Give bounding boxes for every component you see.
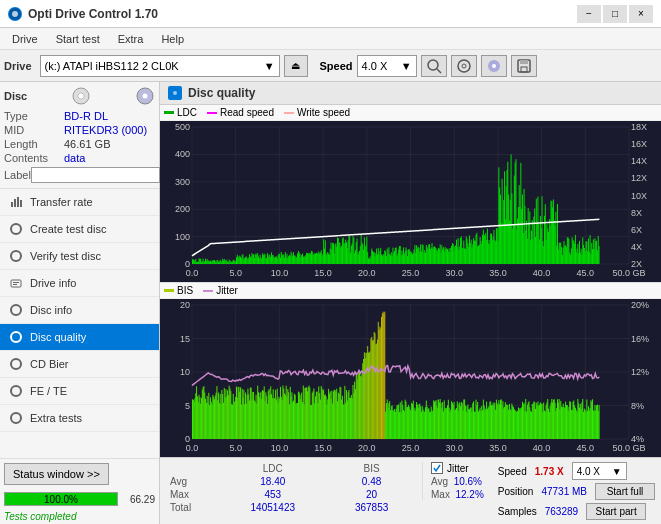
progress-row: 100.0% 66.29 (0, 489, 159, 509)
menu-start-test[interactable]: Start test (48, 31, 108, 47)
speed-combo-stats[interactable]: 4.0 X ▼ (572, 462, 627, 480)
transfer-rate-label: Transfer rate (30, 196, 93, 208)
disc-type-value: BD-R DL (64, 110, 108, 122)
svg-point-1 (12, 11, 18, 17)
drive-info-icon (8, 275, 24, 291)
avg-label: Avg (166, 475, 218, 488)
max-label: Max (166, 488, 218, 501)
close-button[interactable]: × (629, 5, 653, 23)
drive-label: Drive (4, 60, 32, 72)
drive-selector[interactable]: (k:) ATAPl iHBS112 2 CL0K ▼ (40, 55, 280, 77)
speed-value: 4.0 X (362, 60, 388, 72)
svg-rect-22 (13, 282, 19, 283)
extra-tests-icon (8, 410, 24, 426)
speed-combo-arrow: ▼ (612, 466, 622, 477)
label-input[interactable] (31, 167, 160, 183)
chart1-container: LDC Read speed Write speed (160, 105, 661, 283)
menu-drive[interactable]: Drive (4, 31, 46, 47)
speed-selector[interactable]: 4.0 X ▼ (357, 55, 417, 77)
samples-value: 763289 (545, 506, 578, 517)
chart2-canvas (160, 299, 661, 457)
ldc-header: LDC (218, 462, 327, 475)
sidebar-item-disc-info[interactable]: Disc info (0, 297, 159, 324)
scan-button[interactable] (421, 55, 447, 77)
start-part-button[interactable]: Start part (586, 503, 646, 520)
max-row: Max 453 20 (166, 488, 416, 501)
main-area: Disc Type BD-R DL MID RITEKDR3 (000) Len… (0, 82, 661, 524)
disc-length-row: Length 46.61 GB (4, 138, 155, 150)
speed-stat-value: 1.73 X (535, 466, 564, 477)
drive-info-label: Drive info (30, 277, 76, 289)
speed-dropdown-icon: ▼ (401, 60, 412, 72)
speed-stat-label: Speed (498, 466, 527, 477)
write-speed-legend: Write speed (284, 107, 350, 118)
svg-line-3 (437, 69, 441, 73)
jitter-avg-value: 10.6% (454, 476, 482, 487)
sidebar-item-cd-bier[interactable]: CD Bier (0, 351, 159, 378)
position-row: Position 47731 MB Start full (498, 483, 655, 500)
fe-te-label: FE / TE (30, 385, 67, 397)
progress-text: 100.0% (5, 493, 117, 505)
jitter-section: Jitter Avg 10.6% Max 12.2% (422, 462, 484, 500)
jitter-checkbox[interactable] (431, 462, 443, 474)
title-bar: Opti Drive Control 1.70 − □ × (0, 0, 661, 28)
sidebar-item-transfer-rate[interactable]: Transfer rate (0, 189, 159, 216)
cd-bier-label: CD Bier (30, 358, 69, 370)
disc-info-label: Disc info (30, 304, 72, 316)
label-row: Label (4, 166, 155, 184)
disc-icon (71, 86, 91, 106)
chart2-container: BIS Jitter (160, 283, 661, 457)
eject-button[interactable]: ⏏ (284, 55, 308, 77)
status-window-button[interactable]: Status window >> (4, 463, 109, 485)
stats-table: LDC BIS Avg 18.40 0.48 Max 453 (166, 462, 416, 514)
disc-quality-header: Disc quality (160, 82, 661, 105)
save-button[interactable] (511, 55, 537, 77)
position-label: Position (498, 486, 534, 497)
svg-rect-23 (13, 284, 17, 285)
create-test-disc-icon (8, 221, 24, 237)
ldc-legend: LDC (164, 107, 197, 118)
fe-te-icon (8, 383, 24, 399)
extra-tests-label: Extra tests (30, 412, 82, 424)
svg-rect-17 (11, 202, 13, 207)
menu-extra[interactable]: Extra (110, 31, 152, 47)
sidebar-item-drive-info[interactable]: Drive info (0, 270, 159, 297)
transfer-rate-icon (8, 194, 24, 210)
svg-point-7 (492, 64, 496, 68)
disc2-icon-button[interactable] (481, 55, 507, 77)
svg-rect-21 (11, 280, 21, 287)
total-ldc: 14051423 (218, 501, 327, 514)
sidebar-item-disc-quality[interactable]: Disc quality (0, 324, 159, 351)
minimize-button[interactable]: − (577, 5, 601, 23)
disc-mid-value: RITEKDR3 (000) (64, 124, 147, 136)
speed-row: Speed 1.73 X 4.0 X ▼ (498, 462, 655, 480)
sidebar-item-extra-tests[interactable]: Extra tests (0, 405, 159, 432)
svg-point-12 (78, 93, 84, 99)
sidebar-bottom: Status window >> 100.0% 66.29 Tests comp… (0, 458, 159, 524)
sidebar-nav: Transfer rate Create test disc Verify te… (0, 189, 159, 458)
maximize-button[interactable]: □ (603, 5, 627, 23)
sidebar-item-fe-te[interactable]: FE / TE (0, 378, 159, 405)
right-panel: Speed 1.73 X 4.0 X ▼ Position 47731 MB S… (498, 462, 655, 520)
window-controls: − □ × (577, 5, 653, 23)
disc-icon-button[interactable] (451, 55, 477, 77)
svg-rect-19 (17, 197, 19, 207)
start-full-button[interactable]: Start full (595, 483, 655, 500)
jitter-legend: Jitter (203, 285, 238, 296)
svg-point-25 (173, 91, 177, 95)
chart2-legend: BIS Jitter (160, 283, 661, 299)
total-label: Total (166, 501, 218, 514)
samples-label: Samples (498, 506, 537, 517)
svg-rect-9 (520, 60, 528, 64)
drive-dropdown-icon: ▼ (264, 60, 275, 72)
bottom-stats-panel: LDC BIS Avg 18.40 0.48 Max 453 (160, 457, 661, 524)
sidebar-item-verify-test-disc[interactable]: Verify test disc (0, 243, 159, 270)
menu-help[interactable]: Help (153, 31, 192, 47)
jitter-avg-label: Avg 10.6% (431, 476, 484, 487)
read-speed-legend: Read speed (207, 107, 274, 118)
stats-container: LDC BIS Avg 18.40 0.48 Max 453 (166, 462, 655, 520)
jitter-header: Jitter (431, 462, 484, 474)
total-row: Total 14051423 367853 (166, 501, 416, 514)
sidebar-item-create-test-disc[interactable]: Create test disc (0, 216, 159, 243)
app-logo (8, 7, 22, 21)
